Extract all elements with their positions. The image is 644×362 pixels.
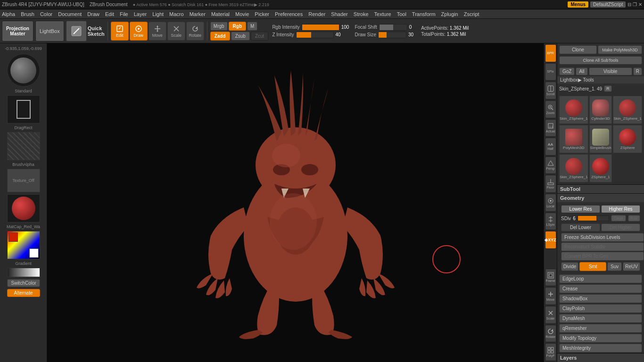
rstr-button[interactable]: Rstr — [628, 215, 641, 222]
floor-button[interactable]: Floor — [545, 175, 556, 193]
reuv-button[interactable]: ReUV — [623, 262, 640, 271]
reconstruct-subdiv-button[interactable]: Reconstruct Subdiv — [561, 242, 644, 251]
visible-button[interactable]: Visible — [589, 67, 632, 75]
brush-preview[interactable] — [7, 54, 40, 87]
menu-picker[interactable]: Picker — [255, 11, 269, 17]
qremesher-button[interactable]: qRemesher — [559, 324, 642, 333]
rgb-intensity-slider[interactable] — [302, 24, 339, 31]
del-lower-button[interactable]: Del Lower — [561, 223, 600, 231]
higher-res-button[interactable]: Higher Res — [601, 205, 640, 213]
menu-macro[interactable]: Macro — [169, 11, 184, 17]
zcut-button[interactable]: Zcut — [251, 32, 268, 41]
clone-all-button[interactable]: Clone All SubTools — [559, 56, 642, 65]
edgeloop-button[interactable]: EdgeLoop — [559, 274, 642, 283]
alternate-button[interactable]: Alternate — [7, 289, 40, 297]
menu-stroke[interactable]: Stroke — [354, 11, 369, 17]
switch-color-button[interactable]: SwitchColor — [7, 279, 40, 287]
smt-button[interactable]: Smt — [579, 262, 606, 271]
color-picker[interactable] — [7, 231, 40, 259]
modify-topology-button[interactable]: Modify Topology — [559, 334, 642, 343]
scale-rt-button[interactable]: Scale — [545, 306, 556, 324]
menu-render[interactable]: Render — [308, 11, 325, 17]
cage-button[interactable]: Cage — [611, 215, 626, 222]
all-button[interactable]: All — [576, 67, 587, 75]
spix-button[interactable]: SPix — [545, 63, 556, 81]
tool-cylinder3d[interactable]: Cylinder3D — [589, 96, 612, 124]
canvas-area[interactable] — [47, 43, 544, 362]
suv-button[interactable]: Suv — [607, 262, 622, 271]
menu-document[interactable]: Document — [58, 11, 82, 17]
scroll-button[interactable]: Scroll — [545, 82, 556, 99]
meshintegrity-button[interactable]: MeshIntegrity — [559, 344, 642, 353]
lightbox-button[interactable]: LightBox — [35, 21, 64, 41]
menu-light[interactable]: Light — [152, 11, 164, 17]
subtool-header[interactable]: SubTool — [557, 185, 644, 193]
tool-zsphere-1[interactable]: ZSphere_1 — [589, 154, 612, 182]
menu-alpha[interactable]: Alpha — [2, 11, 15, 17]
menu-marker[interactable]: Marker — [190, 11, 206, 17]
menu-texture[interactable]: Texture — [374, 11, 391, 17]
make-polymesh-button[interactable]: Make PolyMesh3D — [598, 45, 642, 54]
shadowbox-button[interactable]: ShadowBox — [559, 294, 642, 303]
frame-button[interactable]: Frame — [545, 269, 556, 287]
lightbox-header[interactable]: Lightbox▶ Tools — [557, 76, 644, 83]
menu-file[interactable]: File — [120, 11, 128, 17]
draw-button[interactable]: Draw — [130, 22, 148, 41]
clone-button[interactable]: Clone — [559, 45, 597, 54]
menu-layer[interactable]: Layer — [134, 11, 147, 17]
freeze-subdiv-button[interactable]: Freeze SubDivision Levels — [561, 233, 644, 242]
tool-zsphere[interactable]: ZSphere — [613, 125, 642, 153]
menu-shader[interactable]: Shader — [331, 11, 347, 17]
rotate-rt-button[interactable]: Rotate — [545, 325, 556, 343]
persp-button[interactable]: Persp — [545, 156, 556, 174]
edit-button[interactable]: Edit — [111, 22, 129, 41]
menu-draw[interactable]: Draw — [87, 11, 99, 17]
zadd-button[interactable]: Zadd — [210, 32, 230, 41]
drag-rect-preview[interactable] — [7, 95, 40, 123]
tool-simplebrush[interactable]: SimpleBrush — [589, 125, 612, 153]
r-button[interactable]: R — [633, 67, 642, 75]
claypolish-button[interactable]: ClayPolish — [559, 304, 642, 313]
divide-button[interactable]: Divide — [561, 262, 578, 271]
dynamesh-button[interactable]: DynaMesh — [559, 314, 642, 323]
local-button[interactable]: Local — [545, 194, 556, 212]
xyz-button[interactable]: ◈XYZ — [545, 231, 556, 249]
mrgb-button[interactable]: Mrgb — [210, 22, 228, 31]
move-rt-button[interactable]: Move — [545, 287, 556, 305]
lsym-button[interactable]: LSym — [545, 213, 556, 230]
draw-size-slider[interactable] — [378, 32, 406, 38]
goz-button[interactable]: GoZ — [559, 67, 575, 75]
z-intensity-slider[interactable] — [296, 32, 334, 38]
menu-color[interactable]: Color — [40, 11, 52, 17]
texture-preview[interactable]: Texture_Off — [7, 169, 40, 192]
script-button[interactable]: DefaultZScript — [590, 1, 626, 8]
menus-button[interactable]: Menus — [568, 1, 588, 8]
menu-tool[interactable]: Tool — [397, 11, 406, 17]
tool-polymesh3d[interactable]: PolyMesh3D — [559, 125, 588, 153]
menu-zscript[interactable]: Zscript — [464, 11, 479, 17]
menu-brush[interactable]: Brush — [21, 11, 34, 17]
sdiv-slider[interactable] — [578, 215, 609, 221]
convert-bpr-button[interactable]: Convert BPR To Geo — [561, 252, 644, 261]
zsub-button[interactable]: Zsub — [231, 32, 250, 41]
gradient-bar[interactable] — [7, 268, 40, 277]
rgb-button[interactable]: Rgb — [229, 22, 246, 31]
menu-transform[interactable]: Transform — [412, 11, 436, 17]
3d-viewport[interactable] — [107, 66, 484, 339]
rotate-button[interactable]: Rotate — [186, 22, 204, 41]
del-higher-button[interactable]: Del Higher — [601, 223, 640, 231]
move-button[interactable]: Move — [149, 22, 166, 41]
m-button[interactable]: M — [247, 22, 257, 31]
scale-button[interactable]: Scale — [167, 22, 185, 41]
focal-shift-slider[interactable] — [379, 24, 407, 31]
bpr-button[interactable]: BPR — [545, 44, 556, 62]
menu-preferences[interactable]: Preferences — [275, 11, 303, 17]
zoom-button[interactable]: Zoom — [545, 100, 556, 118]
tool-skin-zsphere-3[interactable]: Skin_ZSphere_1 — [559, 154, 588, 182]
tool-skin-zsphere-2[interactable]: Skin_ZSphere_1 — [613, 96, 642, 124]
crease-button[interactable]: Crease — [559, 284, 642, 293]
menu-edit[interactable]: Edit — [105, 11, 114, 17]
lower-res-button[interactable]: Lower Res — [561, 205, 600, 213]
projection-master-button[interactable]: Projection Master — [2, 21, 33, 41]
menu-material[interactable]: Material — [211, 11, 230, 17]
